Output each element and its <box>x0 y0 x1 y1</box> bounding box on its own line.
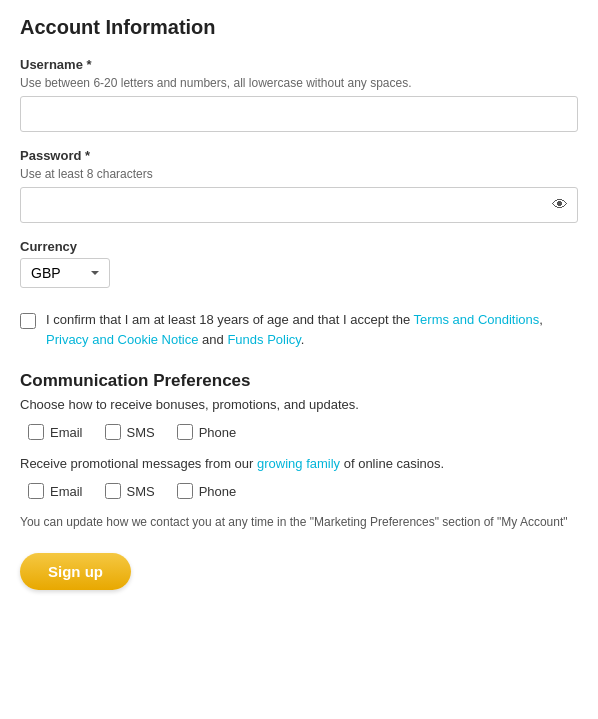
sms-checkbox-item-1[interactable]: SMS <box>105 424 155 440</box>
phone-checkbox-item-1[interactable]: Phone <box>177 424 237 440</box>
sms-label-2: SMS <box>127 484 155 499</box>
password-label: Password * <box>20 148 578 163</box>
growing-family-link[interactable]: growing family <box>257 456 340 471</box>
signup-button[interactable]: Sign up <box>20 553 131 590</box>
phone-checkbox-2[interactable] <box>177 483 193 499</box>
currency-field-group: Currency GBP USD EUR AUD CAD <box>20 239 578 288</box>
phone-label-2: Phone <box>199 484 237 499</box>
section-title: Account Information <box>20 16 578 39</box>
privacy-notice-link[interactable]: Privacy and Cookie Notice <box>46 332 198 347</box>
sms-checkbox-item-2[interactable]: SMS <box>105 483 155 499</box>
sms-checkbox-2[interactable] <box>105 483 121 499</box>
terms-text: I confirm that I am at least 18 years of… <box>46 310 578 349</box>
username-field-group: Username * Use between 6-20 letters and … <box>20 57 578 132</box>
email-label-1: Email <box>50 425 83 440</box>
sms-label-1: SMS <box>127 425 155 440</box>
communication-section: Communication Preferences Choose how to … <box>20 371 578 529</box>
currency-select[interactable]: GBP USD EUR AUD CAD <box>20 258 110 288</box>
communication-hint: Choose how to receive bonuses, promotion… <box>20 397 578 412</box>
terms-checkbox[interactable] <box>20 313 36 329</box>
communication-checkboxes-2: Email SMS Phone <box>28 483 578 499</box>
update-note: You can update how we contact you at any… <box>20 515 578 529</box>
password-wrapper: 👁 <box>20 187 578 223</box>
password-field-group: Password * Use at least 8 characters 👁 <box>20 148 578 223</box>
password-hint: Use at least 8 characters <box>20 167 578 181</box>
email-label-2: Email <box>50 484 83 499</box>
email-checkbox-1[interactable] <box>28 424 44 440</box>
username-hint: Use between 6-20 letters and numbers, al… <box>20 76 578 90</box>
funds-policy-link[interactable]: Funds Policy <box>227 332 300 347</box>
email-checkbox-2[interactable] <box>28 483 44 499</box>
phone-checkbox-item-2[interactable]: Phone <box>177 483 237 499</box>
email-checkbox-item-1[interactable]: Email <box>28 424 83 440</box>
phone-label-1: Phone <box>199 425 237 440</box>
terms-row: I confirm that I am at least 18 years of… <box>20 306 578 349</box>
currency-label: Currency <box>20 239 578 254</box>
toggle-password-icon[interactable]: 👁 <box>552 196 568 214</box>
email-checkbox-item-2[interactable]: Email <box>28 483 83 499</box>
password-input[interactable] <box>20 187 578 223</box>
username-input[interactable] <box>20 96 578 132</box>
communication-checkboxes-1: Email SMS Phone <box>28 424 578 440</box>
communication-title: Communication Preferences <box>20 371 578 391</box>
sms-checkbox-1[interactable] <box>105 424 121 440</box>
username-label: Username * <box>20 57 578 72</box>
terms-conditions-link[interactable]: Terms and Conditions <box>414 312 540 327</box>
phone-checkbox-1[interactable] <box>177 424 193 440</box>
promo-text: Receive promotional messages from our gr… <box>20 456 578 471</box>
